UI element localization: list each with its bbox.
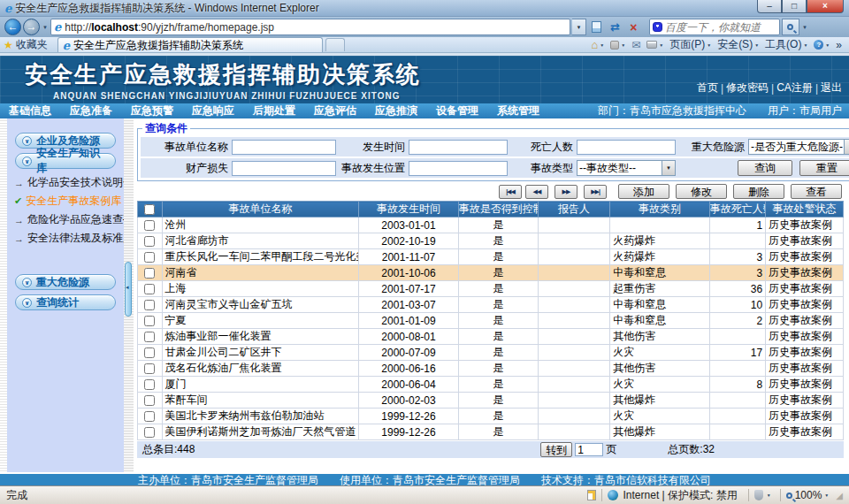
- print-button[interactable]: ▼: [646, 41, 663, 49]
- browser-tab[interactable]: e 安全生产应急救援指挥辅助决策系统: [57, 37, 323, 52]
- stop-button[interactable]: ×: [625, 19, 642, 35]
- sidebar-item-1-2[interactable]: →危险化学品应急速查手…: [14, 210, 122, 229]
- maximize-button[interactable]: □: [782, 0, 807, 13]
- sidebar-splitter[interactable]: [124, 118, 134, 472]
- row-checkbox[interactable]: [144, 332, 155, 342]
- row-checkbox[interactable]: [144, 411, 155, 422]
- pager-button-0[interactable]: |◀◀: [499, 185, 522, 199]
- history-dropdown-icon[interactable]: ▼: [42, 25, 49, 30]
- session-info: 部门：青岛市应急救援指挥中心 用户：市局用户: [598, 103, 849, 118]
- row-checkbox[interactable]: [144, 300, 155, 310]
- major-hazard-select[interactable]: -是否为重大危险源-▼: [748, 139, 849, 155]
- header-link-1[interactable]: 修改密码: [726, 80, 769, 95]
- protection-icon[interactable]: [754, 490, 763, 500]
- nav-item-1[interactable]: 应急准备: [70, 103, 112, 118]
- cell-11-2: 是: [458, 393, 538, 409]
- cell-10-4: 火灾: [610, 377, 709, 393]
- nav-item-0[interactable]: 基础信息: [9, 103, 51, 118]
- tools-menu-button[interactable]: 工具(O)▼: [765, 37, 807, 52]
- zone-text: Internet | 保护模式: 禁用: [623, 488, 738, 503]
- compatibility-view-button[interactable]: [588, 19, 605, 35]
- property-loss-field[interactable]: [232, 161, 336, 176]
- row-checkbox[interactable]: [144, 252, 155, 263]
- url-dropdown-button[interactable]: ▼: [572, 19, 586, 35]
- search-dropdown-icon[interactable]: ▼: [801, 25, 808, 30]
- goto-page-button[interactable]: 转到: [540, 442, 572, 457]
- header-link-3[interactable]: 退出: [821, 80, 842, 95]
- search-button[interactable]: [782, 19, 799, 35]
- sidebar-group-3[interactable]: ∨查询统计: [15, 294, 116, 310]
- nav-item-3[interactable]: 应急响应: [192, 103, 234, 118]
- location-label: 事故发生位置: [336, 161, 409, 176]
- sidebar-group-2[interactable]: ∨重大危险源: [15, 274, 116, 290]
- sidebar-item-1-1[interactable]: ✔安全生产事故案例库: [14, 192, 122, 210]
- chevron-circle-icon: ∨: [22, 157, 32, 166]
- nav-item-6[interactable]: 应急推演: [375, 103, 417, 118]
- header-link-0[interactable]: 首页: [697, 80, 718, 95]
- sidebar-item-1-3[interactable]: →安全法律法规及标准库: [14, 229, 122, 248]
- accident-type-select[interactable]: --事故类型--▼: [577, 160, 676, 176]
- pager-button-1[interactable]: ◀◀: [525, 185, 548, 199]
- table-header-row: 事故单位名称事故发生时间事故是否得到控制报告人事故类别事故死亡人数事故处警状态: [138, 202, 844, 218]
- feeds-button[interactable]: ▼: [610, 41, 625, 50]
- favorites-star-icon[interactable]: ★: [4, 39, 13, 51]
- sidebar-item-1-0[interactable]: →化学品安全技术说明书: [14, 173, 122, 192]
- row-checkbox[interactable]: [144, 316, 155, 326]
- pager-button-3[interactable]: ▶▶|: [584, 185, 607, 199]
- nav-item-2[interactable]: 应急预警: [131, 103, 173, 118]
- row-checkbox[interactable]: [144, 395, 155, 406]
- deaths-field[interactable]: [577, 140, 676, 155]
- row-checkbox[interactable]: [144, 363, 155, 374]
- safety-menu-button[interactable]: 安全(S)▼: [717, 37, 759, 52]
- table-row: 重庆长风化一车间二苯甲酮工段二号光化釜2001-11-07是火药爆炸3历史事故案…: [138, 249, 844, 265]
- splitter-handle[interactable]: [125, 262, 132, 317]
- back-button[interactable]: ←: [4, 19, 21, 35]
- row-checkbox[interactable]: [144, 379, 155, 390]
- sidebar-group-1[interactable]: ∨安全生产知识库: [15, 153, 116, 169]
- action-button-3[interactable]: 查看: [791, 184, 842, 199]
- header-link-2[interactable]: CA注册: [776, 80, 813, 95]
- home-button[interactable]: ⌂▼: [591, 38, 604, 51]
- nav-item-7[interactable]: 设备管理: [436, 103, 478, 118]
- mail-button[interactable]: ✉: [631, 39, 640, 51]
- nav-item-5[interactable]: 应急评估: [314, 103, 356, 118]
- row-checkbox[interactable]: [144, 236, 155, 247]
- search-input[interactable]: [665, 21, 769, 34]
- zoom-control[interactable]: 100% ▼: [786, 489, 830, 501]
- unit-name-field[interactable]: [232, 140, 336, 155]
- table-row: 炼油事业部一催化装置2000-08-01是其他伤害历史事故案例: [138, 329, 844, 345]
- overflow-button[interactable]: »: [836, 39, 842, 51]
- search-query-button[interactable]: 查询: [738, 160, 792, 176]
- row-checkbox[interactable]: [144, 220, 155, 231]
- help-button[interactable]: ?▼: [814, 40, 830, 50]
- close-button[interactable]: ×: [807, 0, 844, 13]
- action-button-0[interactable]: 添加: [618, 184, 669, 199]
- reset-button[interactable]: 重置: [799, 160, 849, 176]
- cell-4-2: 是: [458, 281, 538, 297]
- url-input[interactable]: e http://localhost:90/yjzh/frame/homepag…: [50, 19, 570, 35]
- cell-2-0: 重庆长风化一车间二苯甲酮工段二号光化釜: [162, 249, 359, 265]
- nav-item-4[interactable]: 后期处置: [253, 103, 295, 118]
- total-pages-label: 总页数:32: [668, 442, 715, 457]
- action-button-1[interactable]: 修改: [676, 184, 727, 199]
- favorites-button[interactable]: 收藏夹: [16, 37, 48, 52]
- pager-button-2[interactable]: ▶▶: [555, 185, 577, 199]
- cell-5-2: 是: [458, 297, 538, 313]
- page-number-input[interactable]: [575, 443, 603, 456]
- row-checkbox[interactable]: [144, 284, 155, 294]
- page-menu-button[interactable]: 页面(P)▼: [669, 37, 711, 52]
- cell-13-5: [709, 424, 765, 440]
- forward-button[interactable]: →: [23, 19, 40, 35]
- cell-2-4: 火药爆炸: [610, 249, 709, 265]
- select-all-checkbox[interactable]: [144, 204, 155, 215]
- action-button-2[interactable]: 删除: [733, 184, 784, 199]
- row-checkbox[interactable]: [144, 347, 155, 358]
- occur-time-field[interactable]: [409, 140, 508, 155]
- row-checkbox[interactable]: [144, 268, 155, 279]
- refresh-button[interactable]: ⇄: [607, 19, 623, 35]
- minimize-button[interactable]: –: [757, 0, 782, 13]
- new-tab-button[interactable]: [325, 38, 345, 51]
- row-checkbox[interactable]: [144, 427, 155, 438]
- nav-item-8[interactable]: 系统管理: [497, 103, 539, 118]
- location-field[interactable]: [409, 161, 508, 176]
